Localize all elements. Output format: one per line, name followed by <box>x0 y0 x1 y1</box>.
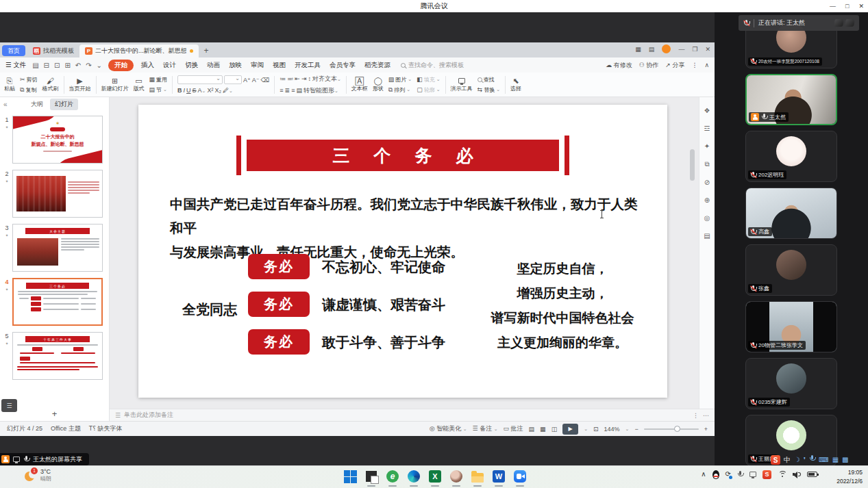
menu-transition[interactable]: 切换 <box>184 61 199 70</box>
participant-tile-2-speaking[interactable]: 王太然 <box>745 74 837 125</box>
add-resource-icon[interactable]: ⊕ <box>704 196 710 204</box>
command-search[interactable]: 查找命令、搜索模板 <box>401 61 464 70</box>
present-tools-button[interactable]: 演示工具 <box>451 77 473 92</box>
participant-tile-4[interactable]: 高鑫 <box>745 188 837 239</box>
sogou-logo-icon[interactable]: S <box>771 455 780 465</box>
ime-toolbox-icon[interactable]: ▩ <box>842 455 848 465</box>
menu-view[interactable]: 视图 <box>271 61 287 70</box>
object-properties-icon[interactable]: ☲ <box>704 125 710 132</box>
layers-icon[interactable]: ⧉ <box>704 160 709 168</box>
view-reading-icon[interactable]: ◫ <box>551 426 558 433</box>
reuse-button[interactable]: ▦重用 <box>149 76 168 84</box>
zoom-out-button[interactable]: − <box>634 426 638 433</box>
gesture-icon[interactable] <box>834 19 844 27</box>
word-button[interactable]: W <box>491 469 506 484</box>
wps-restore-button[interactable]: ❐ <box>692 46 697 53</box>
comments-toggle[interactable]: ▭ 批注 <box>504 424 523 433</box>
menu-docer-res[interactable]: 稻壳资源 <box>363 61 392 70</box>
menu-insert[interactable]: 插入 <box>140 61 156 70</box>
font-name-select[interactable] <box>177 75 223 84</box>
notes-ellipsis-icon[interactable]: ⋯ <box>703 412 709 419</box>
number-list-icon[interactable]: ≕ <box>287 75 293 82</box>
tray-mic-icon[interactable] <box>737 471 743 478</box>
picture-button[interactable]: ▧图片⌄ <box>388 76 412 84</box>
indent-icon[interactable]: ⇥ <box>301 75 307 82</box>
tencent-meeting-button[interactable] <box>512 469 528 484</box>
replace-button[interactable]: ⇆替换⌄ <box>478 86 500 94</box>
browser-360-button[interactable]: e <box>385 469 400 484</box>
maximize-button[interactable]: □ <box>845 3 849 10</box>
battery-icon[interactable] <box>807 472 817 477</box>
cut-button[interactable]: ✂剪切 <box>20 76 38 84</box>
paste-button[interactable]: ⎘粘贴 <box>4 77 15 92</box>
format-painter-button[interactable]: 🖌格式刷 <box>42 77 59 92</box>
layout-button[interactable]: ▭版式 <box>134 77 145 92</box>
tab-document[interactable]: P 二十大报告中的...新论断、新思想 <box>79 44 199 57</box>
file-explorer-button[interactable] <box>470 469 485 484</box>
zoom-knob[interactable] <box>674 426 680 432</box>
slideshow-play-button[interactable]: ▶ <box>562 424 578 435</box>
font-grow-icon[interactable]: A⁺ <box>243 77 251 84</box>
fit-window-icon[interactable]: ⊡ <box>593 426 599 433</box>
menu-slideshow[interactable]: 放映 <box>227 61 243 70</box>
view-normal-icon[interactable]: ▤ <box>529 426 535 433</box>
wps-close-button[interactable]: ✕ <box>705 46 710 53</box>
screen-share-pill[interactable]: 王太然的屏幕共享 <box>0 453 89 465</box>
excel-button[interactable]: X <box>427 469 443 484</box>
sync-icon[interactable]: ⟳ <box>726 470 731 479</box>
taskbar-clock[interactable]: 19:05 2022/12/6 <box>836 468 863 486</box>
outdent-icon[interactable]: ⇤ <box>295 75 300 82</box>
tray-expand-icon[interactable]: ∧ <box>701 470 706 479</box>
textbox-button[interactable]: 🄰文本框 <box>351 77 368 92</box>
slide-thumbnail-4-selected[interactable]: 三个务必 <box>12 278 103 326</box>
ime-clipboard-icon[interactable]: ▦ <box>832 455 839 465</box>
close-button[interactable]: ✕ <box>858 3 864 10</box>
smart-graphic-button[interactable]: 转智能图形⌄ <box>303 86 338 95</box>
slide-thumbnail-2[interactable] <box>12 170 103 218</box>
modified-status[interactable]: ☁ 有修改 <box>606 61 632 70</box>
tab-home[interactable]: 首页 <box>2 45 25 56</box>
new-slide-button[interactable]: ⊞新建幻灯片 <box>101 77 129 92</box>
zoom-level[interactable]: 144% <box>604 426 620 433</box>
cast-icon[interactable] <box>749 472 756 477</box>
align-text-button[interactable]: 对齐文本⌄ <box>312 75 341 84</box>
participant-tile-7[interactable]: 0235宋建辉 <box>745 358 837 409</box>
slide-thumbnail-3[interactable]: 大会主题 <box>12 224 103 272</box>
menu-member[interactable]: 会员专享 <box>328 61 357 70</box>
menu-design[interactable]: 设计 <box>162 61 177 70</box>
line-spacing-icon[interactable]: ↕ <box>308 75 311 82</box>
qq-icon[interactable] <box>712 470 719 479</box>
more-menu-icon[interactable]: ⋮ <box>691 62 697 68</box>
find-button[interactable]: 查找 <box>478 76 500 84</box>
fill-button[interactable]: ◧填充⌄ <box>417 76 440 84</box>
current-slide[interactable]: 三 个 务 必 中国共产党已走过百年奋斗历程。我们党立志于中华民族千秋伟业，致力… <box>138 105 667 398</box>
minimize-button[interactable]: — <box>830 3 836 10</box>
notes-toggle[interactable]: ☰ 备注 ⌄ <box>473 424 498 433</box>
slide-browser-float-button[interactable]: ☰ <box>1 399 17 412</box>
outline-button[interactable]: ▢轮廓⌄ <box>417 86 440 94</box>
collaborate-button[interactable]: ⚇ 协作 <box>639 61 659 70</box>
gesture-icon-2[interactable] <box>845 19 855 27</box>
new-tab-button[interactable]: + <box>204 46 209 55</box>
sogou-tray-icon[interactable]: S <box>762 470 771 479</box>
collapse-ribbon-icon[interactable]: ∧ <box>704 62 709 68</box>
effects-icon[interactable]: ✦ <box>704 142 710 150</box>
strike-button[interactable]: S <box>193 87 197 94</box>
ime-keyboard-icon[interactable]: ⌨ <box>819 455 828 465</box>
underline-button[interactable]: U <box>186 87 191 94</box>
participant-tile-3[interactable]: 202迟明珏 <box>745 131 837 182</box>
beautify-button[interactable]: ◎ 智能美化 ⌄ <box>430 424 467 433</box>
undo-icon[interactable]: ↶ <box>75 62 81 69</box>
font-color-icon[interactable]: A⌄ <box>198 87 206 94</box>
slide-thumbnail-1[interactable]: ✶ 二十大报告中的 新观点、新论断、新思想 <box>12 116 103 164</box>
clear-format-icon[interactable]: ⌫ <box>261 77 270 84</box>
print-icon[interactable]: ⊟ <box>44 62 49 69</box>
arrange-button[interactable]: ⧉排列⌄ <box>388 86 412 94</box>
font-shrink-icon[interactable]: A⁻ <box>252 77 260 84</box>
save-icon[interactable]: ▤ <box>32 62 38 69</box>
font-size-select[interactable] <box>224 75 242 84</box>
location-icon[interactable]: ◎ <box>704 214 710 222</box>
edge-button[interactable] <box>406 469 421 484</box>
reading-icon[interactable]: ▤ <box>704 232 710 240</box>
tab-slides[interactable]: 幻灯片 <box>50 99 78 110</box>
